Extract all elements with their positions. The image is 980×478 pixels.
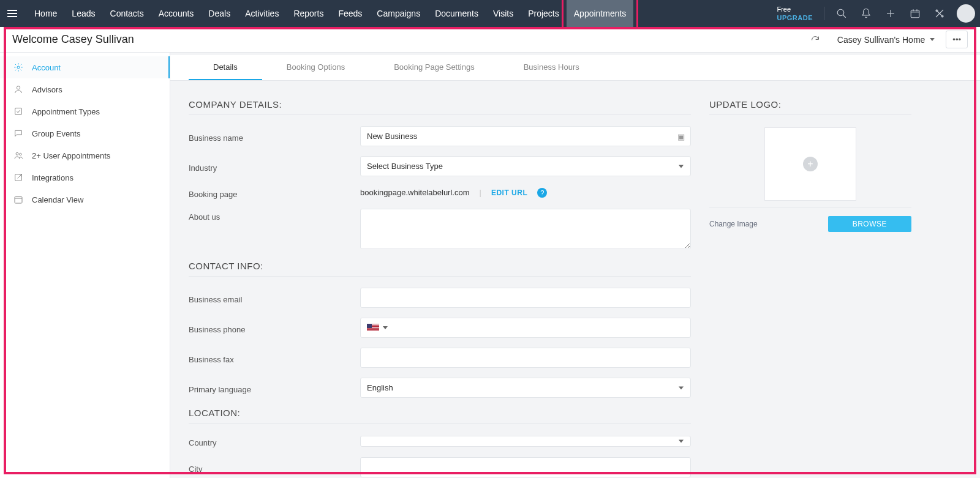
calendar-icon[interactable] <box>904 2 926 24</box>
svg-line-1 <box>843 15 846 18</box>
divider <box>709 207 911 207</box>
chevron-down-icon <box>679 165 684 168</box>
plus-icon[interactable] <box>880 2 902 24</box>
industry-select[interactable]: Select Business Type <box>360 156 691 176</box>
sidebar-item-group-events[interactable]: Group Events <box>0 122 170 144</box>
nav-divider <box>824 7 824 20</box>
bell-icon[interactable] <box>855 2 877 24</box>
nav-home[interactable]: Home <box>27 0 64 27</box>
calendar-icon <box>13 195 23 204</box>
nav-feeds[interactable]: Feeds <box>331 0 369 27</box>
info-icon[interactable]: ▣ <box>677 132 685 141</box>
sidebar-label: 2+ User Appointments <box>32 151 110 160</box>
section-company: COMPANY DETAILS: <box>189 99 691 110</box>
flag-us-icon[interactable] <box>367 324 379 332</box>
sidebar-label: Account <box>32 63 61 72</box>
hamburger-icon[interactable] <box>7 7 20 20</box>
external-icon <box>13 173 23 182</box>
chevron-down-icon <box>383 326 388 329</box>
nav-appointments-label: Appointments <box>574 9 627 18</box>
checkbox-icon <box>13 106 23 116</box>
label-country: Country <box>189 435 360 447</box>
business-email-input[interactable] <box>360 288 691 308</box>
nav-right: Free UPGRADE <box>777 0 975 27</box>
chevron-down-icon <box>679 386 684 389</box>
user-icon <box>13 84 23 94</box>
sidebar-label: Appointment Types <box>32 107 100 116</box>
label-business-name: Business name <box>189 130 360 143</box>
browse-button[interactable]: BROWSE <box>828 216 911 232</box>
svg-point-13 <box>16 152 18 155</box>
chat-icon <box>13 129 23 138</box>
business-fax-input[interactable] <box>360 348 691 368</box>
separator: | <box>480 188 481 197</box>
sidebar-label: Group Events <box>32 129 81 138</box>
home-dropdown[interactable]: Casey Sullivan's Home <box>832 32 940 47</box>
primary-language-select[interactable]: English <box>360 378 691 398</box>
sidebar-item-integrations[interactable]: Integrations <box>0 166 170 189</box>
chevron-down-icon <box>679 439 684 443</box>
nav-projects[interactable]: Projects <box>521 0 567 27</box>
avatar[interactable] <box>957 4 975 23</box>
section-contact: CONTACT INFO: <box>189 261 691 271</box>
about-us-textarea[interactable] <box>360 209 691 249</box>
svg-point-0 <box>837 9 844 16</box>
users-icon <box>13 151 23 160</box>
label-business-phone: Business phone <box>189 321 360 334</box>
sidebar-label: Calendar View <box>32 195 83 204</box>
plan-free-label: Free <box>777 5 813 13</box>
edit-url-link[interactable]: EDIT URL <box>491 189 527 197</box>
tab-business-hours[interactable]: Business Hours <box>499 55 604 80</box>
nav-documents[interactable]: Documents <box>428 0 486 27</box>
tab-booking-options[interactable]: Booking Options <box>262 55 369 80</box>
nav-campaigns[interactable]: Campaigns <box>369 0 428 27</box>
nav-appointments[interactable]: Appointments <box>567 0 634 27</box>
divider <box>189 114 691 115</box>
sidebar-item-account[interactable]: Account <box>0 56 170 78</box>
nav-visits[interactable]: Visits <box>486 0 521 27</box>
business-phone-input[interactable] <box>391 322 684 334</box>
svg-rect-17 <box>15 196 22 203</box>
nav-contacts[interactable]: Contacts <box>103 0 151 27</box>
nav-accounts[interactable]: Accounts <box>151 0 202 27</box>
label-business-fax: Business fax <box>189 351 360 364</box>
logo-upload-box[interactable]: + <box>764 127 856 201</box>
country-select[interactable] <box>360 436 691 447</box>
plus-icon: + <box>803 157 818 171</box>
sidebar-label: Advisors <box>32 85 62 94</box>
tab-booking-page-settings[interactable]: Booking Page Settings <box>369 55 499 80</box>
change-image-label: Change Image <box>709 220 758 228</box>
phone-input-wrap[interactable] <box>360 318 691 338</box>
sidebar-item-advisors[interactable]: Advisors <box>0 78 170 100</box>
search-icon[interactable] <box>831 2 853 24</box>
tools-icon[interactable] <box>929 2 951 24</box>
divider <box>189 276 691 277</box>
upgrade-link[interactable]: UPGRADE <box>777 13 813 22</box>
divider <box>189 423 691 424</box>
home-dropdown-label: Casey Sullivan's Home <box>837 35 925 45</box>
nav-deals[interactable]: Deals <box>201 0 238 27</box>
welcome-text: Welcome Casey Sullivan <box>12 33 134 46</box>
gear-icon <box>13 62 23 72</box>
tab-details[interactable]: Details <box>189 55 262 80</box>
svg-line-16 <box>18 174 22 179</box>
sidebar-item-calendar-view[interactable]: Calendar View <box>0 189 170 211</box>
sidebar-item-appointment-types[interactable]: Appointment Types <box>0 100 170 122</box>
tabs: Details Booking Options Booking Page Set… <box>170 55 980 81</box>
sidebar-item-user-appointments[interactable]: 2+ User Appointments <box>0 144 170 166</box>
content: Details Booking Options Booking Page Set… <box>170 53 980 478</box>
nav-reports[interactable]: Reports <box>286 0 331 27</box>
city-input[interactable] <box>360 457 691 477</box>
plan-block: Free UPGRADE <box>777 5 813 23</box>
svg-rect-12 <box>15 108 22 115</box>
business-name-input[interactable] <box>360 126 691 146</box>
nav-activities[interactable]: Activities <box>238 0 286 27</box>
label-about-us: About us <box>189 209 360 222</box>
help-icon[interactable]: ? <box>537 188 547 198</box>
refresh-icon[interactable] <box>810 35 820 45</box>
svg-point-10 <box>17 66 20 69</box>
nav-leads[interactable]: Leads <box>64 0 102 27</box>
more-button[interactable]: ••• <box>946 31 968 48</box>
sidebar: Account Advisors Appointment Types Group… <box>0 53 170 478</box>
svg-point-11 <box>17 86 20 89</box>
